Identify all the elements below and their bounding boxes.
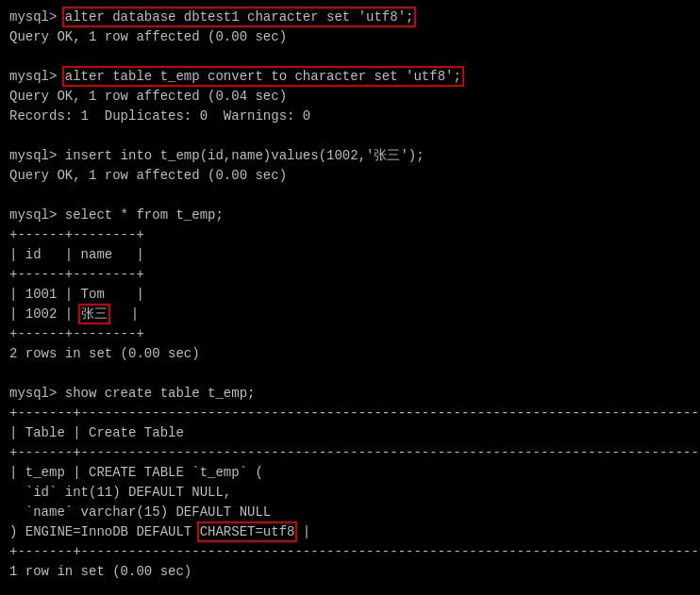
line-3: mysql> alter table t_emp convert to char…: [9, 67, 691, 87]
cmd-1: alter database dbtest1 character set 'ut…: [65, 9, 414, 25]
create-row-2: `id` int(11) DEFAULT NULL,: [9, 483, 691, 503]
prompt-5: mysql>: [9, 386, 65, 401]
records-label: Records: 1 Duplicates: 0 Warnings: 0: [9, 108, 310, 124]
terminal-container: mysql> alter database dbtest1 character …: [9, 8, 691, 582]
empty-2: [9, 126, 691, 146]
create-border-1: +-------+-------------------------------…: [9, 404, 691, 423]
create-row-1: | t_emp | CREATE TABLE `t_emp` (: [9, 463, 691, 483]
table-border-3: +------+--------+: [9, 324, 691, 344]
line-rows: 2 rows in set (0.00 sec): [9, 344, 691, 364]
table-border-1: +------+--------+: [9, 225, 691, 245]
line-7: Query OK, 1 row affected (0.00 sec): [9, 166, 691, 186]
create-header: | Table | Create Table: [9, 423, 691, 443]
line-final: 1 row in set (0.00 sec): [9, 562, 691, 582]
table-border-2: +------+--------+: [9, 265, 691, 285]
line-5: Records: 1 Duplicates: 0 Warnings: 0: [9, 107, 691, 126]
table-row-1: | 1001 | Tom |: [9, 285, 691, 305]
cmd-5: show create table t_emp;: [65, 386, 256, 401]
cmd-3: insert into t_emp(id,name)values(1002,'张…: [65, 148, 425, 163]
line-1: mysql> alter database dbtest1 character …: [9, 8, 691, 27]
prompt-4: mysql>: [9, 207, 65, 223]
create-row-3: `name` varchar(15) DEFAULT NULL: [9, 503, 691, 522]
cmd-4: select * from t_emp;: [65, 207, 224, 223]
create-row-4: ) ENGINE=InnoDB DEFAULT CHARSET=utf8 |: [9, 522, 691, 542]
chinese-name: 张三: [81, 306, 108, 322]
empty-1: [9, 47, 691, 67]
create-border-3: +-------+-------------------------------…: [9, 542, 691, 562]
table-header: | id | name |: [9, 245, 691, 265]
cmd-2: alter table t_emp convert to character s…: [65, 69, 461, 84]
empty-3: [9, 186, 691, 206]
line-4: Query OK, 1 row affected (0.04 sec): [9, 87, 691, 107]
line-8: mysql> select * from t_emp;: [9, 206, 691, 225]
prompt-2: mysql>: [9, 69, 65, 84]
create-border-2: +-------+-------------------------------…: [9, 443, 691, 463]
table-row-2: | 1002 | 张三 |: [9, 305, 691, 324]
prompt-3: mysql>: [9, 148, 65, 163]
charset-highlight: CHARSET=utf8: [200, 524, 295, 539]
line-2: Query OK, 1 row affected (0.00 sec): [9, 27, 691, 47]
empty-4: [9, 364, 691, 384]
prompt-1: mysql>: [9, 9, 65, 25]
line-9: mysql> show create table t_emp;: [9, 384, 691, 404]
line-6: mysql> insert into t_emp(id,name)values(…: [9, 146, 691, 166]
